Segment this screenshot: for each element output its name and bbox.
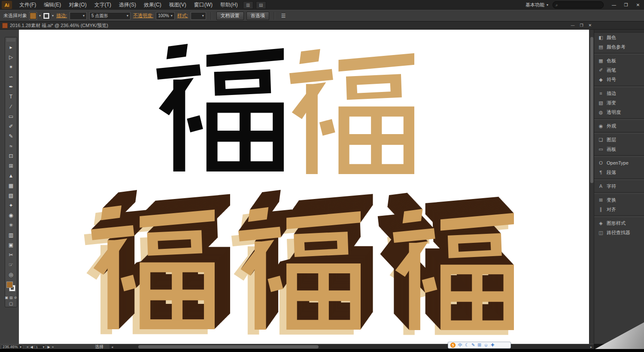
panel-tab-color[interactable]: ◧ 颜色 (594, 33, 644, 42)
column-graph-tool[interactable]: ▥ (5, 230, 17, 240)
menu-help[interactable]: 帮助(H) (216, 0, 242, 10)
panel-tab-appearance[interactable]: ◉ 外观 (594, 121, 644, 131)
panel-tab-brushes[interactable]: ✐ 画笔 (594, 65, 644, 75)
artboard[interactable]: 福 福 福 福 福 (19, 29, 589, 344)
document-layout-icon[interactable]: ▤ (256, 1, 266, 9)
zoom-tool[interactable]: ◎ (5, 269, 17, 279)
panel-tab-artboards[interactable]: ▭ 画板 (594, 144, 644, 154)
ime-handwriting-icon[interactable]: ✎ (471, 342, 475, 349)
gradient-tool[interactable]: ▧ (5, 190, 17, 200)
menu-file[interactable]: 文件(F) (15, 0, 40, 10)
style-panel-link[interactable]: 样式: (177, 12, 188, 19)
magic-wand-tool[interactable]: ✶ (5, 62, 17, 72)
restore-button[interactable]: ❐ (620, 0, 632, 10)
horizontal-scrollbar-thumb[interactable] (138, 345, 318, 349)
menu-type[interactable]: 文字(T) (91, 0, 115, 10)
brush-definition-combo[interactable]: 5 点圆形 ▾ (89, 12, 131, 20)
gradient-mode-icon[interactable]: ▨ (9, 296, 13, 300)
doc-restore-icon[interactable]: ❐ (580, 23, 583, 28)
next-artboard-button[interactable]: ▶ (48, 345, 50, 349)
panel-tab-paragraph[interactable]: ¶ 段落 (594, 168, 644, 177)
doc-minimize-icon[interactable]: — (571, 23, 574, 28)
align-menu-icon[interactable]: ☰ (279, 13, 288, 19)
shape-builder-tool[interactable]: ⊞ (5, 161, 17, 171)
none-mode-icon[interactable]: ⊘ (14, 296, 17, 300)
fill-color-swatch[interactable] (30, 12, 36, 19)
stroke-width-combo[interactable]: ▾ (70, 12, 87, 20)
hand-tool[interactable]: ☞ (5, 260, 17, 269)
fu-flat-black[interactable]: 福 (156, 44, 284, 171)
width-tool[interactable]: ≈ (5, 141, 17, 151)
document-setup-button[interactable]: 文档设置 (216, 12, 244, 20)
panel-tab-opentype[interactable]: O OpenType (594, 158, 644, 168)
symbol-sprayer-tool[interactable]: ✳ (5, 220, 17, 230)
fu-3d-right[interactable]: 福 (378, 193, 514, 335)
menu-view[interactable]: 视图(V) (165, 0, 190, 10)
line-segment-tool[interactable]: ∕ (5, 101, 17, 111)
menu-object[interactable]: 对象(O) (65, 0, 90, 10)
scroll-left-button[interactable]: ◂ (109, 345, 115, 349)
ime-keyboard-icon[interactable]: ⊞ (477, 342, 481, 349)
panel-tab-stroke[interactable]: ≡ 描边 (594, 89, 644, 98)
preferences-button[interactable]: 首选项 (246, 12, 269, 20)
fu-3d-left[interactable]: 福 (84, 190, 230, 334)
artboard-number-combo[interactable]: 1 ▾ (35, 345, 46, 349)
stroke-caret-icon[interactable]: ▾ (52, 14, 54, 18)
panel-tab-pathfinder[interactable]: ◫ 路径查找器 (594, 228, 644, 237)
panel-tab-swatches[interactable]: ▦ 色板 (594, 56, 644, 65)
scroll-right-button[interactable]: ▸ (589, 345, 594, 349)
panel-tab-graphic-styles[interactable]: ◈ 图形样式 (594, 218, 644, 228)
vertical-scrollbar-thumb[interactable] (590, 37, 593, 183)
panel-tab-align[interactable]: ∥ 对齐 (594, 205, 644, 214)
panel-tab-layers[interactable]: ❏ 图层 (594, 135, 644, 144)
fu-3d-middle[interactable]: 福 (231, 190, 373, 335)
search-input[interactable] (560, 2, 596, 8)
panel-tab-symbols[interactable]: ◆ 符号 (594, 75, 644, 84)
close-button[interactable]: ✕ (632, 0, 644, 10)
fill-caret-icon[interactable]: ▾ (39, 14, 41, 18)
app-logo-icon[interactable]: Ai (2, 1, 12, 9)
ime-mode-icon[interactable]: ☾ (465, 342, 469, 349)
direct-selection-tool[interactable]: ▷ (5, 52, 17, 62)
rectangle-tool[interactable]: ▭ (5, 111, 17, 121)
zoom-level-combo[interactable]: 236.46% ▾ (1, 345, 23, 349)
free-transform-tool[interactable]: ⊡ (5, 151, 17, 161)
arrange-documents-icon[interactable]: ▥ (243, 1, 253, 9)
ime-toolbox-icon[interactable]: ✚ (491, 342, 494, 349)
ime-language-icon[interactable]: 中 (458, 342, 462, 349)
panel-tab-character[interactable]: A 字符 (594, 181, 644, 191)
color-mode-icon[interactable]: ▣ (5, 296, 9, 300)
last-artboard-button[interactable]: » (52, 345, 54, 349)
dock-header[interactable] (594, 29, 644, 33)
selection-tool[interactable]: ▸ (5, 42, 17, 52)
menu-select[interactable]: 选择(S) (115, 0, 140, 10)
opacity-panel-link[interactable]: 不透明度: (133, 12, 153, 19)
menu-effect[interactable]: 效果(C) (140, 0, 165, 10)
panel-tab-color-guide[interactable]: ▤ 颜色参考 (594, 42, 644, 52)
style-combo[interactable]: ▾ (191, 12, 206, 20)
lasso-tool[interactable]: ∽ (5, 72, 17, 82)
doc-close-icon[interactable]: ✕ (588, 23, 592, 28)
menu-edit[interactable]: 编辑(E) (40, 0, 65, 10)
ime-logo-icon[interactable]: S (450, 343, 456, 348)
fu-flat-tan[interactable]: 福 (289, 49, 414, 174)
menu-window[interactable]: 窗口(W) (190, 0, 216, 10)
panel-tab-transform[interactable]: ⊞ 变换 (594, 195, 644, 205)
stroke-panel-link[interactable]: 描边: (56, 12, 67, 19)
first-artboard-button[interactable]: « (27, 345, 28, 349)
slice-tool[interactable]: ✂ (5, 250, 17, 260)
minimize-button[interactable]: — (608, 0, 620, 10)
perspective-grid-tool[interactable]: ▲ (5, 171, 17, 181)
panel-tab-transparency[interactable]: ◍ 透明度 (594, 107, 644, 117)
previous-artboard-button[interactable]: ◀ (30, 345, 33, 349)
paintbrush-tool[interactable]: ✐ (5, 121, 17, 131)
workspace-switcher[interactable]: 基本功能 ▾ (521, 2, 553, 8)
stroke-color-swatch[interactable] (43, 13, 49, 19)
pencil-tool[interactable]: ✎ (5, 131, 17, 141)
artboard-tool[interactable]: ▣ (5, 240, 17, 250)
screen-mode-button[interactable]: ▢ (5, 300, 17, 307)
panel-tab-gradient[interactable]: ▧ 渐变 (594, 98, 644, 107)
document-tab-title[interactable]: 2016.1.28素材 福.ai* @ 236.46% (CMYK/预览) (10, 22, 108, 29)
type-tool[interactable]: T (5, 92, 17, 101)
blend-tool[interactable]: ◉ (5, 210, 17, 220)
